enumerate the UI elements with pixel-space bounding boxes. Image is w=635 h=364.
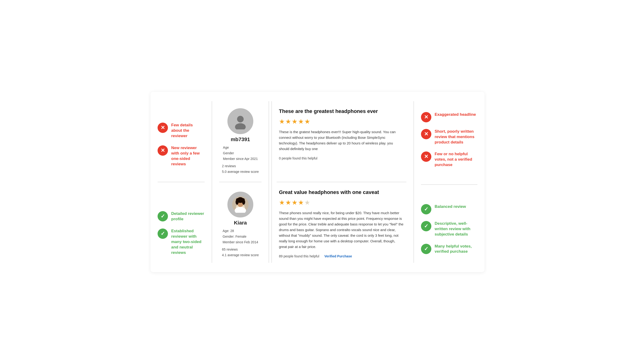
right-bottom-flag-text-1: Descriptive, well-written review with su… <box>435 221 477 237</box>
left-mid-divider <box>158 182 204 182</box>
mid-vertical-divider <box>269 101 269 263</box>
reviewer2-avatar <box>228 192 253 218</box>
reviewer2-details: Age: 28Gender: FemaleMember since Feb 20… <box>223 228 258 245</box>
reviewer2-block: Kiara Age: 28Gender: FemaleMember since … <box>219 187 262 260</box>
review2-helpful: 89 people found this helpful Verified Pu… <box>279 254 404 258</box>
review2-block: Great value headphones with one caveat ★… <box>277 182 406 263</box>
right-bottom-flag-icon-2: ✓ <box>421 244 431 254</box>
svg-point-0 <box>237 116 244 122</box>
main-container: ✕Few details about the reviewer✕New revi… <box>150 92 485 272</box>
left-flags-top: ✕Few details about the reviewer✕New revi… <box>158 108 204 167</box>
svg-point-12 <box>238 197 243 200</box>
reviewer1-username: mb7391 <box>231 136 250 142</box>
reviewer1-block: mb7391 AgeGenderMember since Apr 2021 2 … <box>219 104 262 177</box>
left-top-flag-text-0: Few details about the reviewer <box>171 122 204 139</box>
right-top-flag-icon-1: ✕ <box>421 129 431 139</box>
right-mid-divider <box>421 184 477 185</box>
review2-stars: ★ ★ ★ ★ ★ <box>279 199 404 206</box>
reviewer2-username: Kiara <box>234 220 247 226</box>
left-bottom-flag-0: ✓Detailed reviewer profile <box>158 211 204 222</box>
left-bottom-flag-text-0: Detailed reviewer profile <box>171 211 204 222</box>
star3: ★ <box>292 199 298 206</box>
star3: ★ <box>292 118 298 126</box>
right-top-flag-icon-0: ✕ <box>421 112 431 122</box>
reviewer-panel: mb7391 AgeGenderMember since Apr 2021 2 … <box>215 101 266 263</box>
right-vertical-divider <box>413 101 414 263</box>
review2-text: These phones sound really nice, for bein… <box>279 210 404 250</box>
review2-title: Great value headphones with one caveat <box>279 189 404 196</box>
reviewer1-details: AgeGenderMember since Apr 2021 <box>223 145 258 162</box>
right-bottom-flag-icon-0: ✓ <box>421 204 431 214</box>
star4: ★ <box>298 199 304 206</box>
right-bottom-flag-text-0: Balanced review <box>435 204 466 210</box>
star5-empty: ★ <box>304 199 310 206</box>
right-bottom-flag-1: ✓Descriptive, well-written review with s… <box>421 221 477 237</box>
left-flags-bottom: ✓Detailed reviewer profile✓Established r… <box>158 197 204 256</box>
review1-helpful: 0 people found this helpful <box>279 156 404 160</box>
right-top-flag-text-0: Exaggerated headline <box>435 112 476 118</box>
left-top-flag-icon-1: ✕ <box>158 145 168 156</box>
star2: ★ <box>285 199 291 206</box>
right-bottom-flag-text-2: Many helpful votes, verified purchase <box>435 244 477 254</box>
right-top-flag-2: ✕Few or no helpful votes, not a verified… <box>421 152 477 168</box>
reviews-panel: These are the greatest headphones ever ★… <box>271 101 411 263</box>
reviewer2-stats: 65 reviews4.1 average review score <box>222 247 259 258</box>
left-flags-panel: ✕Few details about the reviewer✕New revi… <box>158 101 209 263</box>
left-top-flag-1: ✕New reviewer with only a few one-sided … <box>158 145 204 167</box>
left-bottom-flag-1: ✓Established reviewer with many two-side… <box>158 228 204 256</box>
left-bottom-flag-text-1: Established reviewer with many two-sided… <box>171 228 204 256</box>
left-bottom-flag-icon-1: ✓ <box>158 228 168 239</box>
right-bottom-flag-0: ✓Balanced review <box>421 204 477 214</box>
review1-block: These are the greatest headphones ever ★… <box>277 101 406 182</box>
right-flags-bottom: ✓Balanced review✓Descriptive, well-writt… <box>421 202 477 254</box>
left-bottom-flag-icon-0: ✓ <box>158 211 168 222</box>
star1: ★ <box>279 118 285 126</box>
right-flags-panel: ✕Exaggerated headline✕Short, poorly writ… <box>416 101 477 263</box>
review1-title: These are the greatest headphones ever <box>279 108 404 114</box>
star5: ★ <box>304 118 310 126</box>
right-top-flag-0: ✕Exaggerated headline <box>421 112 477 122</box>
star4: ★ <box>298 118 304 126</box>
reviewer-divider <box>219 182 262 182</box>
star2: ★ <box>285 118 291 126</box>
left-vertical-divider <box>212 101 212 263</box>
right-top-flag-icon-2: ✕ <box>421 152 431 162</box>
verified-purchase-label: Verified Purchase <box>324 254 352 258</box>
right-bottom-flag-2: ✓Many helpful votes, verified purchase <box>421 244 477 254</box>
right-top-flag-text-1: Short, poorly written review that mentio… <box>435 129 477 145</box>
right-flags-top: ✕Exaggerated headline✕Short, poorly writ… <box>421 110 477 168</box>
svg-point-1 <box>235 123 246 130</box>
right-top-flag-1: ✕Short, poorly written review that menti… <box>421 129 477 145</box>
left-top-flag-text-1: New reviewer with only a few one-sided r… <box>171 145 204 167</box>
left-top-flag-0: ✕Few details about the reviewer <box>158 122 204 139</box>
left-top-flag-icon-0: ✕ <box>158 122 168 133</box>
right-top-flag-text-2: Few or no helpful votes, not a verified … <box>435 152 477 168</box>
right-bottom-flag-icon-1: ✓ <box>421 221 431 231</box>
reviewer1-stats: 2 reviews5.0 average review score <box>222 164 259 175</box>
review1-stars: ★ ★ ★ ★ ★ <box>279 118 404 126</box>
review1-text: These is the gratest headphones ever!!! … <box>279 129 404 152</box>
star1: ★ <box>279 199 285 206</box>
reviewer1-avatar <box>228 108 253 134</box>
